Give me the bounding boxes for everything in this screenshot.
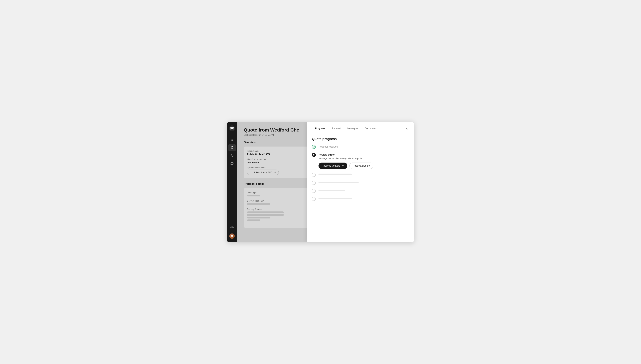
step-6 [312,197,409,203]
step-5-circle [312,189,316,193]
step-2-description: Message the supplier to negotiate your q… [318,157,409,160]
panel-close-button[interactable] [404,126,409,131]
step-2-actions: Respond to quote Request sample [318,162,409,169]
sidebar-bottom: U [228,224,236,239]
app-container: U Quote from Wedford Che Last updated: J… [227,122,414,242]
tab-messages[interactable]: Messages [344,125,362,132]
step-review-quote: Review quote Message the supplier to neg… [312,153,409,173]
step-1-content: Request received [318,145,409,153]
step-request-received: Request received [312,145,409,153]
sidebar-item-messages[interactable] [228,160,236,168]
user-avatar[interactable]: U [229,234,235,239]
check-icon [313,146,315,148]
delivery-address-skeleton-2 [247,214,284,216]
document-download-btn[interactable]: Polylactic Acid TDS.pdf [247,170,279,175]
step-1-indicator [312,145,316,153]
step-5-line [314,194,314,196]
step-4-line [314,186,314,188]
step-5-indicator [312,189,316,197]
delivery-address-skeleton-4 [247,220,260,221]
close-icon [405,127,408,130]
step-2-content: Review quote Message the supplier to neg… [318,153,409,173]
step-3-line [314,178,314,180]
tab-documents[interactable]: Documents [362,125,380,132]
panel-tabs: Progress Request Messages Documents [312,125,409,132]
step-6-indicator [312,197,316,203]
step-4-indicator [312,181,316,189]
tab-progress[interactable]: Progress [312,125,329,132]
svg-point-14 [232,227,232,228]
download-icon [250,171,252,174]
sidebar-item-list[interactable] [228,136,236,143]
progress-steps: Request received Review quote [312,145,409,204]
skeleton-bar-5a [318,190,345,191]
step-4 [312,181,409,189]
panel-title: Quote progress [312,137,409,141]
step-4-circle [312,181,316,185]
step-1-line [314,150,314,152]
chevron-down-icon [342,164,344,167]
sidebar: U [227,122,237,242]
progress-panel: Progress Request Messages Documents Quot… [307,122,414,242]
step-1-title: Request received [318,145,409,148]
step-2-indicator [312,153,316,173]
step-3-content [318,173,409,181]
sidebar-nav [228,136,236,223]
step-2-dot [313,154,314,156]
step-2-title: Review quote [318,153,409,156]
main-content: Quote from Wedford Che Last updated: Jun… [237,122,414,242]
sidebar-item-settings[interactable] [228,224,236,232]
step-5-content [318,189,409,197]
step-2-line [314,158,314,172]
step-5-skeleton [318,189,409,191]
step-5 [312,189,409,197]
step-3-circle [312,173,316,177]
sidebar-item-analytics[interactable] [228,152,236,160]
sidebar-item-documents[interactable] [228,144,236,151]
step-1-circle [312,145,316,149]
logo[interactable] [229,125,235,131]
panel-header: Progress Request Messages Documents [307,122,414,132]
step-3-indicator [312,173,316,181]
request-sample-button[interactable]: Request sample [350,162,373,169]
step-6-skeleton [318,197,409,199]
step-4-skeleton [318,181,409,183]
delivery-address-skeleton-3 [247,217,270,218]
sample-label: Request sample [353,164,370,167]
respond-label: Respond to quote [322,164,340,167]
respond-to-quote-button[interactable]: Respond to quote [318,162,348,169]
delivery-address-skeleton-1 [247,212,284,213]
step-6-content [318,197,409,203]
order-type-skeleton [247,195,260,196]
step-3-skeleton [318,173,409,175]
delivery-frequency-skeleton [247,203,270,205]
tab-request[interactable]: Request [329,125,344,132]
step-3 [312,173,409,181]
step-2-circle [312,153,316,157]
document-name: Polylactic Acid TDS.pdf [254,171,276,174]
step-4-content [318,181,409,189]
skeleton-bar-4a [318,182,358,183]
skeleton-bar-3a [318,174,352,175]
step-6-circle [312,197,316,201]
panel-body: Quote progress Re [307,132,414,242]
skeleton-bar-6a [318,198,352,199]
